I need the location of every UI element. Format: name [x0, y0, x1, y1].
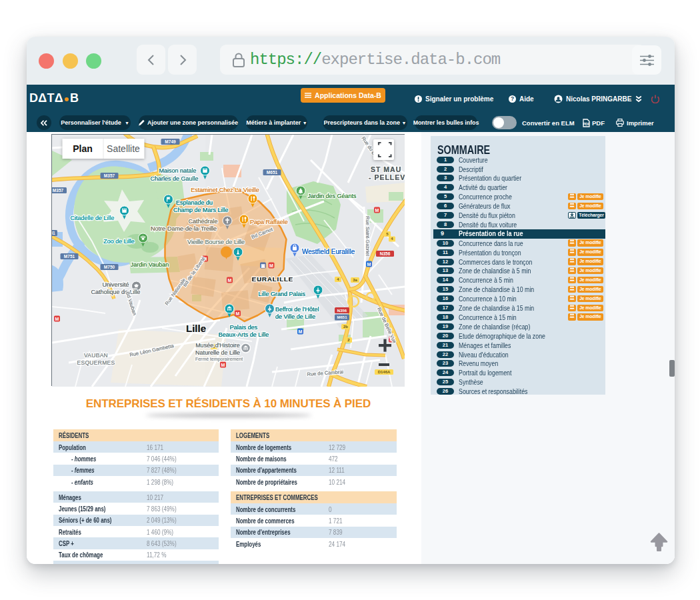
svg-text:M: M	[299, 329, 303, 334]
svg-text:N356: N356	[337, 309, 347, 313]
svg-text:Jardin Vauban: Jardin Vauban	[131, 261, 169, 268]
svg-text:M651: M651	[267, 170, 278, 175]
svg-text:Charles de Gaulle: Charles de Gaulle	[150, 175, 198, 182]
svg-text:M751: M751	[64, 254, 75, 259]
svg-text:M651: M651	[337, 315, 347, 319]
svg-text:M749: M749	[165, 139, 176, 144]
svg-text:M: M	[367, 262, 371, 267]
svg-text:Beaux-Arts de Lille: Beaux-Arts de Lille	[219, 331, 269, 338]
svg-text:?: ?	[511, 95, 514, 102]
svg-text:de Ville de Lille: de Ville de Lille	[275, 313, 315, 320]
svg-text:2b: 2b	[343, 325, 348, 329]
svg-text:Cathédrale: Cathédrale	[188, 218, 217, 225]
svg-text:Musée d'Histoire: Musée d'Histoire	[195, 342, 240, 349]
svg-text:M750: M750	[104, 265, 115, 269]
svg-text:Westfield Euralille: Westfield Euralille	[302, 248, 355, 255]
svg-text:Lille Grand Palais: Lille Grand Palais	[259, 291, 306, 297]
svg-text:Rue Saint-Gabriel: Rue Saint-Gabriel	[365, 216, 371, 256]
svg-text:ST MAU: ST MAU	[371, 165, 401, 173]
svg-text:VAUBAN: VAUBAN	[84, 352, 108, 359]
svg-text:M357: M357	[53, 188, 64, 193]
svg-text:Satellite: Satellite	[107, 143, 140, 154]
svg-text:Fermé temporairement: Fermé temporairement	[195, 357, 243, 362]
svg-text:M: M	[55, 317, 59, 321]
svg-text:Palais des: Palais des	[230, 324, 258, 331]
svg-text:D146A: D146A	[378, 370, 391, 374]
svg-text:3a: 3a	[353, 278, 357, 282]
svg-text:▣: ▣	[261, 263, 265, 268]
svg-text:Naturelle de Lille: Naturelle de Lille	[195, 349, 240, 356]
svg-text:N356: N356	[380, 251, 391, 256]
svg-text:PDF: PDF	[583, 121, 590, 125]
svg-text:M: M	[228, 278, 232, 283]
svg-text:Citadelle de Lille: Citadelle de Lille	[70, 215, 114, 221]
svg-text:Lille: Lille	[186, 323, 206, 334]
svg-text:Jardin des Géants: Jardin des Géants	[308, 193, 357, 199]
svg-text:M: M	[221, 363, 225, 367]
svg-text:Champ de Mars Lille: Champ de Mars Lille	[173, 207, 229, 213]
svg-text:EURALILLE: EURALILLE	[252, 275, 293, 283]
svg-text:Zoo de Lille: Zoo de Lille	[103, 238, 135, 245]
svg-text:M: M	[269, 263, 273, 268]
svg-text:Notre-Dame-de-la-Treille: Notre-Dame-de-la-Treille	[151, 225, 217, 232]
svg-text:Maison natale: Maison natale	[159, 167, 196, 174]
svg-text:ESQUERMES: ESQUERMES	[77, 359, 115, 366]
svg-text:- PELLEV: - PELLEV	[369, 173, 405, 181]
svg-text:Catholique de Lille: Catholique de Lille	[91, 289, 140, 295]
svg-text:Papa Raffaele: Papa Raffaele	[250, 219, 288, 225]
svg-text:Vieille Bourse de Lille: Vieille Bourse de Lille	[187, 239, 245, 245]
svg-text:Beffroi de l'Hôtel: Beffroi de l'Hôtel	[275, 306, 319, 313]
svg-text:51: 51	[52, 231, 55, 235]
svg-text:Estaminet Chez La Vieille: Estaminet Chez La Vieille	[191, 187, 259, 193]
svg-text:M: M	[236, 311, 240, 316]
svg-text:M: M	[375, 208, 379, 213]
svg-text:M357: M357	[104, 173, 115, 178]
svg-text:Esplanade du: Esplanade du	[176, 199, 213, 206]
svg-text:Université: Université	[102, 281, 129, 288]
svg-text:Plan: Plan	[73, 143, 93, 154]
